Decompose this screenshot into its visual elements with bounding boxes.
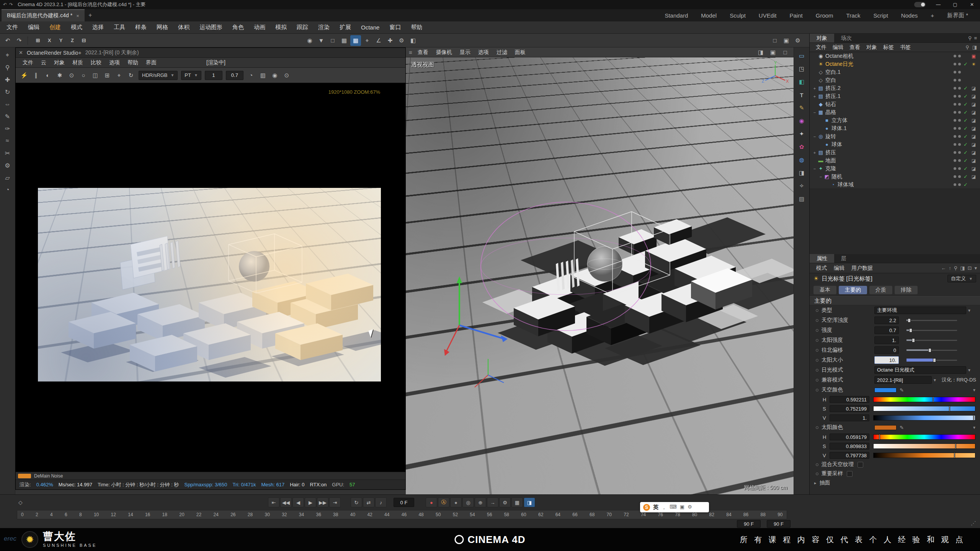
object-tree-row[interactable]: − ◎ 旋转 ✓ ◪ bbox=[810, 132, 980, 140]
timeline-tick[interactable]: 32 bbox=[282, 512, 287, 517]
visibility-dot[interactable] bbox=[954, 103, 956, 106]
expand-icon[interactable]: − bbox=[812, 110, 817, 115]
record-button[interactable]: Ⓐ bbox=[438, 497, 449, 507]
enabled-check-icon[interactable]: ✓ bbox=[963, 166, 969, 171]
octane-kernel-dropdown[interactable]: PT ▼ bbox=[181, 71, 201, 80]
timeline-tick[interactable]: 56 bbox=[487, 512, 492, 517]
attribute-param-row[interactable]: 日光模式 Octane 日光模式 ▼ bbox=[810, 365, 980, 375]
layout-tab[interactable]: UVEdit bbox=[752, 9, 783, 21]
layout-tab[interactable]: Script bbox=[867, 9, 895, 21]
range-start-field[interactable]: 90 F bbox=[737, 520, 761, 528]
tool-icon[interactable]: ⚲ bbox=[2, 62, 13, 73]
transport-button[interactable]: ▶ bbox=[305, 497, 316, 507]
visibility-dot[interactable] bbox=[958, 63, 961, 65]
object-tree-row[interactable]: + ▤ 挤压.1 ✓ ◪ bbox=[810, 92, 980, 100]
menu-item[interactable]: 文件 bbox=[2, 21, 23, 34]
octane-tool-icon[interactable]: ↻ bbox=[126, 70, 136, 81]
visibility-dot[interactable] bbox=[954, 175, 956, 178]
channel-value-field[interactable]: 0.752199 bbox=[830, 405, 869, 412]
octane-tool-icon[interactable]: ◫ bbox=[90, 70, 101, 81]
viewport-toggle-icon[interactable]: ◨ bbox=[755, 47, 766, 58]
visibility-dot[interactable] bbox=[954, 95, 956, 98]
menu-item[interactable]: 编辑 bbox=[23, 21, 44, 34]
param-value-field[interactable]: 主要环境 bbox=[874, 306, 966, 314]
timeline-tick[interactable]: 46 bbox=[402, 512, 407, 517]
timeline-tick[interactable]: 50 bbox=[436, 512, 441, 517]
object-tag-icon[interactable]: ◪ bbox=[970, 158, 977, 163]
visibility-dot[interactable] bbox=[954, 87, 956, 90]
visibility-dot[interactable] bbox=[958, 159, 961, 162]
visibility-dot[interactable] bbox=[958, 87, 961, 90]
object-manager-menu-item[interactable]: 查看 bbox=[846, 44, 863, 51]
tool-icon[interactable]: ≈ bbox=[2, 135, 13, 146]
toolbar-icon[interactable]: ∠ bbox=[373, 35, 384, 46]
slider-knob[interactable] bbox=[928, 348, 931, 352]
param-slider[interactable] bbox=[906, 337, 957, 343]
layout-tab[interactable]: Model bbox=[694, 9, 723, 21]
range-end-field[interactable]: 90 F bbox=[767, 520, 791, 528]
param-slider[interactable] bbox=[906, 347, 957, 353]
close-button[interactable]: ✕ bbox=[964, 0, 980, 9]
panel-tool-icon[interactable]: ✎ bbox=[796, 103, 807, 113]
octane-tool-icon[interactable]: ∥ bbox=[31, 70, 41, 81]
object-tree-row[interactable]: ◇ 空白.1 ✓ bbox=[810, 68, 980, 76]
visibility-dot[interactable] bbox=[954, 111, 956, 114]
viewport-menu-item[interactable]: 查看 bbox=[414, 49, 432, 56]
ime-logo-icon[interactable]: S bbox=[643, 504, 650, 511]
tool-icon[interactable]: ✂ bbox=[2, 148, 13, 158]
timeline-tick[interactable]: 88 bbox=[761, 512, 766, 517]
object-tree-row[interactable]: ● 球体 ✓ ◪ bbox=[810, 140, 980, 148]
keyframe-dot-icon[interactable] bbox=[816, 369, 818, 372]
visibility-dot[interactable] bbox=[954, 79, 956, 82]
channel-gradient-slider[interactable] bbox=[873, 406, 975, 411]
visibility-dot[interactable] bbox=[954, 127, 956, 130]
chevron-down-icon[interactable]: ▼ bbox=[972, 425, 976, 430]
slider-knob[interactable] bbox=[933, 396, 934, 403]
object-name[interactable]: Octane日光 bbox=[825, 61, 853, 68]
hsv-row[interactable]: V 1. bbox=[810, 413, 980, 422]
toolbar-icon[interactable]: ⌖ bbox=[362, 35, 372, 46]
expand-icon[interactable]: + bbox=[812, 86, 817, 91]
octane-close-icon[interactable]: ✕ bbox=[19, 50, 23, 55]
checkbox[interactable] bbox=[858, 462, 863, 468]
channel-gradient-slider[interactable] bbox=[873, 415, 975, 421]
expand-icon[interactable]: − bbox=[812, 166, 817, 171]
octane-gamma-field[interactable]: 0.7 bbox=[226, 71, 243, 80]
timeline-tick[interactable]: 22 bbox=[196, 512, 201, 517]
timeline-tick[interactable]: 72 bbox=[624, 512, 629, 517]
param-value-field[interactable]: 0 bbox=[874, 346, 899, 354]
keyframe-dot-icon[interactable] bbox=[816, 359, 818, 362]
channel-gradient-slider[interactable] bbox=[873, 453, 975, 458]
axis-lock-button[interactable]: Y bbox=[56, 35, 66, 46]
slider-knob[interactable] bbox=[933, 358, 936, 362]
octane-tool-icon[interactable]: ⊞ bbox=[102, 70, 113, 81]
param-value-field[interactable]: 2022.1-[R8] bbox=[874, 376, 932, 384]
visibility-dot[interactable] bbox=[954, 63, 956, 65]
layout-tab[interactable]: Sculpt bbox=[723, 9, 752, 21]
visibility-dot[interactable] bbox=[958, 103, 961, 106]
slider-knob[interactable] bbox=[949, 406, 950, 412]
menu-item[interactable]: 网格 bbox=[152, 21, 173, 34]
visibility-dot[interactable] bbox=[958, 95, 961, 98]
octane-tool-icon[interactable]: ⊙ bbox=[66, 70, 77, 81]
slider-knob[interactable] bbox=[912, 338, 915, 342]
object-tag-icon[interactable]: ◪ bbox=[970, 110, 977, 115]
expand-icon[interactable]: − bbox=[812, 134, 817, 139]
viewport-label[interactable]: 透视视图 bbox=[411, 61, 434, 68]
attribute-nav-icon[interactable]: ⊡ bbox=[968, 265, 972, 271]
object-tag-icon[interactable]: ◪ bbox=[970, 150, 977, 155]
object-name[interactable]: 球体 bbox=[831, 141, 842, 148]
maximize-button[interactable]: ▢ bbox=[947, 0, 963, 9]
enabled-check-icon[interactable]: ✓ bbox=[963, 142, 969, 147]
render-icon[interactable]: ⚙ bbox=[792, 35, 803, 46]
timeline-tick[interactable]: 70 bbox=[607, 512, 612, 517]
timeline-tick[interactable]: 26 bbox=[230, 512, 235, 517]
layout-tab[interactable]: + bbox=[924, 9, 941, 21]
channel-value-field[interactable]: 1. bbox=[830, 414, 869, 421]
timeline-tick[interactable]: 8 bbox=[79, 512, 82, 517]
keyframe-dot-icon[interactable] bbox=[816, 319, 818, 322]
record-button[interactable]: ● bbox=[426, 497, 437, 507]
section-tab[interactable]: 排除 bbox=[895, 286, 918, 294]
timeline-tick[interactable]: 74 bbox=[641, 512, 646, 517]
manager-icon[interactable]: ⚲ bbox=[968, 35, 972, 41]
